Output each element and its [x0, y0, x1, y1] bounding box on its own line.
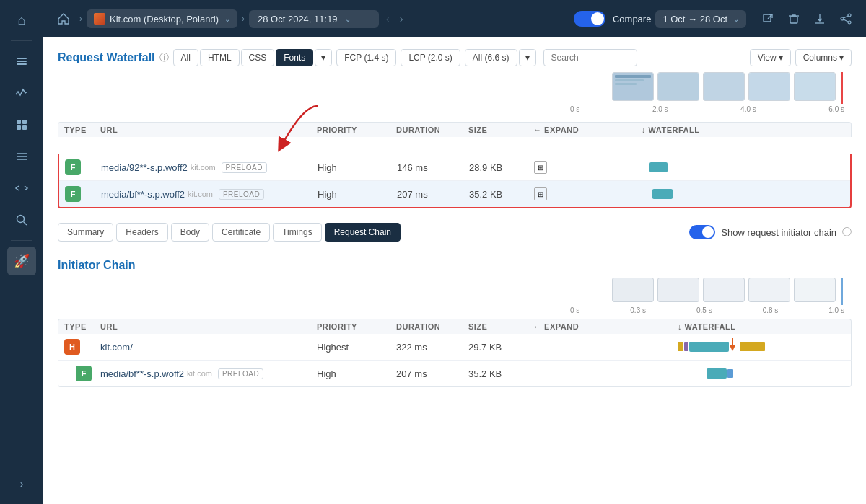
fcp-marker-button[interactable]: FCP (1.4 s)	[336, 49, 396, 66]
nav-back-button[interactable]: ‹	[383, 10, 393, 27]
bar-teal-main	[689, 342, 729, 352]
svg-line-11	[24, 222, 27, 226]
waterfall-thumbnails: 0 s 2.0 s 4.0 s 6.0 s	[58, 72, 852, 113]
timeline-label-1: 2.0 s	[652, 105, 668, 113]
row1-url: media/bf**-s.p.woff2	[101, 189, 185, 200]
nav-forward-button[interactable]: ›	[397, 10, 406, 27]
all-time-group: All (6.6 s) ▾	[465, 49, 536, 66]
mini-thumb-4	[794, 278, 836, 302]
bar-yellow-right	[740, 342, 765, 351]
share-button[interactable]	[834, 7, 857, 30]
init-label-2: 0.5 s	[696, 306, 712, 314]
date-selector[interactable]: 28 Oct 2024, 11:19 ⌄	[249, 10, 379, 28]
svg-point-19	[841, 17, 844, 20]
row0-type-badge: F	[65, 159, 81, 175]
breadcrumb-chevron-1: ›	[79, 14, 82, 24]
site-favicon	[94, 13, 105, 25]
init-col-type: TYPE	[64, 322, 100, 331]
highlighted-rows: F media/92**-s.p.woff2 kit.com PRELOAD H…	[58, 154, 852, 208]
tab-headers[interactable]: Headers	[116, 223, 167, 242]
tab-request-chain[interactable]: Request Chain	[325, 223, 401, 242]
tab-timings[interactable]: Timings	[273, 223, 322, 242]
waterfall-help-icon[interactable]: ⓘ	[159, 51, 169, 64]
table-row-0[interactable]: F media/92**-s.p.woff2 kit.com PRELOAD H…	[59, 154, 850, 181]
tab-certificate[interactable]: Certificate	[212, 223, 270, 242]
sidebar-expand-icon[interactable]: ›	[7, 469, 36, 498]
initiator-thumbnails: 0 s 0.3 s 0.5 s 0.8 s 1.0 s	[58, 278, 852, 314]
url-chevron: ⌄	[345, 15, 351, 23]
init-col-duration: DURATION	[396, 322, 468, 331]
thumbnail-3	[748, 72, 790, 101]
show-chain-toggle[interactable]	[689, 225, 715, 239]
sidebar-divider-1	[11, 40, 32, 41]
date-range-chevron: ⌄	[733, 15, 739, 23]
svg-rect-14	[790, 17, 797, 23]
mini-thumb-1	[657, 278, 699, 302]
filter-html-button[interactable]: HTML	[200, 49, 240, 66]
sidebar-rocket-icon[interactable]: 🚀	[7, 247, 36, 275]
show-chain-label: Show request initiator chain	[721, 227, 836, 238]
svg-rect-6	[22, 125, 27, 130]
sidebar-list-icon[interactable]	[7, 142, 36, 171]
filter-css-button[interactable]: CSS	[241, 49, 275, 66]
sidebar-layers-icon[interactable]	[7, 47, 36, 76]
filter-fonts-button[interactable]: Fonts	[276, 49, 313, 66]
site-tab[interactable]: Kit.com (Desktop, Poland) ⌄	[87, 9, 237, 28]
bar-offset	[678, 368, 707, 379]
init-row1-url: media/bf**-s.p.woff2	[100, 368, 184, 379]
chain-help-icon[interactable]: ⓘ	[842, 226, 852, 239]
tab-summary[interactable]: Summary	[58, 223, 113, 242]
filter-fonts-dropdown[interactable]: ▾	[315, 49, 332, 66]
init-row1-priority: High	[317, 368, 396, 379]
init-row-0[interactable]: H kit.com/ Highest 322 ms 29.7 KB	[58, 334, 852, 361]
columns-button[interactable]: Columns ▾	[795, 49, 852, 66]
tab-body[interactable]: Body	[171, 223, 209, 242]
init-row1-preload: PRELOAD	[218, 368, 263, 379]
init-col-waterfall: ↓ WATERFALL	[678, 322, 845, 331]
svg-line-21	[844, 19, 848, 22]
lcp-marker-button[interactable]: LCP (2.0 s)	[401, 49, 460, 66]
delete-button[interactable]	[782, 7, 805, 30]
row1-expand-btn[interactable]: ⊞	[534, 187, 547, 200]
external-link-button[interactable]	[756, 7, 779, 30]
svg-rect-2	[17, 63, 27, 65]
filter-all-button[interactable]: All	[173, 49, 198, 66]
download-button[interactable]	[808, 7, 831, 30]
row1-waterfall-bar	[652, 189, 673, 199]
all-time-dropdown[interactable]: ▾	[519, 49, 536, 66]
row0-priority: High	[318, 162, 397, 173]
home-button[interactable]	[52, 7, 75, 30]
header-right-buttons: View ▾ Columns ▾	[750, 49, 852, 66]
timeline-label-2: 4.0 s	[740, 105, 756, 113]
sidebar-activity-icon[interactable]	[7, 79, 36, 107]
toggle-knob-2	[702, 226, 714, 238]
thumbnail-0	[612, 72, 654, 101]
initiator-title: Initiator Chain	[58, 259, 852, 272]
sidebar-grid-icon[interactable]	[7, 110, 36, 139]
view-button[interactable]: View ▾	[750, 49, 791, 66]
init-row1-bar2	[727, 369, 733, 378]
mini-thumb-0	[612, 278, 654, 302]
col-waterfall: ↓ WATERFALL	[642, 125, 845, 134]
initiator-section: Initiator Chain 0 s 0.3 s 0.5 s 0.8 s 1.…	[58, 256, 852, 387]
init-row0-type: H	[64, 339, 100, 355]
compare-toggle[interactable]	[574, 11, 605, 27]
svg-rect-5	[17, 125, 21, 130]
sidebar-code-icon[interactable]	[7, 174, 36, 203]
svg-point-17	[848, 14, 851, 17]
date-range-selector[interactable]: 1 Oct → 28 Oct ⌄	[655, 10, 746, 28]
init-row1-url-cell: media/bf**-s.p.woff2 kit.com PRELOAD	[100, 368, 317, 379]
sidebar-home-icon[interactable]: ⌂	[7, 6, 36, 35]
thumbnail-1	[657, 72, 699, 101]
timeline-label-3: 6.0 s	[828, 105, 844, 113]
search-input[interactable]	[543, 49, 637, 66]
waterfall-title: Request Waterfall	[58, 51, 155, 64]
row0-waterfall-cell	[642, 162, 844, 172]
init-row-1[interactable]: F media/bf**-s.p.woff2 kit.com PRELOAD H…	[58, 361, 852, 387]
all-time-button[interactable]: All (6.6 s)	[465, 49, 517, 66]
sidebar-search-icon[interactable]	[7, 205, 36, 234]
waterfall-section-header: Request Waterfall ⓘ All HTML CSS Fonts ▾…	[58, 49, 852, 66]
row0-expand-btn[interactable]: ⊞	[534, 161, 547, 174]
table-row-1[interactable]: F media/bf**-s.p.woff2 kit.com PRELOAD H…	[59, 181, 850, 207]
svg-rect-1	[17, 61, 27, 62]
